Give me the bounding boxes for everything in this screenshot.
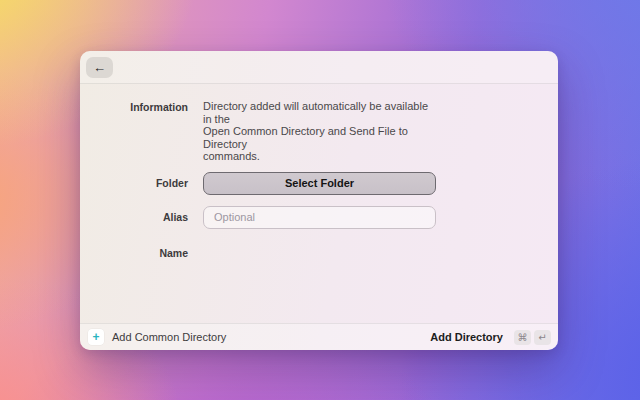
- form-content: Information Directory added will automat…: [80, 84, 558, 323]
- information-text: Directory added will automatically be av…: [203, 100, 436, 163]
- alias-input[interactable]: [203, 206, 436, 229]
- alias-label: Alias: [80, 211, 188, 223]
- add-common-directory-label: Add Common Directory: [112, 331, 226, 343]
- alias-row: Alias: [80, 206, 558, 229]
- return-key-icon: ↵: [534, 330, 551, 345]
- name-row: Name: [80, 247, 558, 259]
- folder-row: Folder Select Folder: [80, 172, 558, 195]
- add-directory-label: Add Directory: [430, 331, 503, 343]
- desktop-background: ← Information Directory added will autom…: [0, 0, 640, 400]
- command-key-icon: ⌘: [514, 330, 531, 345]
- name-value: [203, 247, 436, 259]
- select-folder-button[interactable]: Select Folder: [203, 172, 436, 195]
- back-button[interactable]: ←: [86, 57, 113, 78]
- window-titlebar: ←: [80, 51, 558, 84]
- name-label: Name: [80, 247, 188, 259]
- information-line: commands.: [203, 150, 436, 163]
- plus-icon: +: [88, 329, 104, 345]
- back-arrow-icon: ←: [93, 60, 106, 75]
- window-footer: + Add Common Directory Add Directory ⌘ ↵: [80, 323, 558, 350]
- add-common-directory-button[interactable]: + Add Common Directory: [88, 329, 226, 345]
- add-directory-window: ← Information Directory added will autom…: [80, 51, 558, 350]
- information-line: Open Common Directory and Send File to D…: [203, 125, 436, 150]
- information-label: Information: [80, 100, 188, 163]
- information-row: Information Directory added will automat…: [80, 100, 558, 163]
- folder-label: Folder: [80, 177, 188, 189]
- information-line: Directory added will automatically be av…: [203, 100, 436, 125]
- add-directory-button[interactable]: Add Directory ⌘ ↵: [430, 330, 551, 345]
